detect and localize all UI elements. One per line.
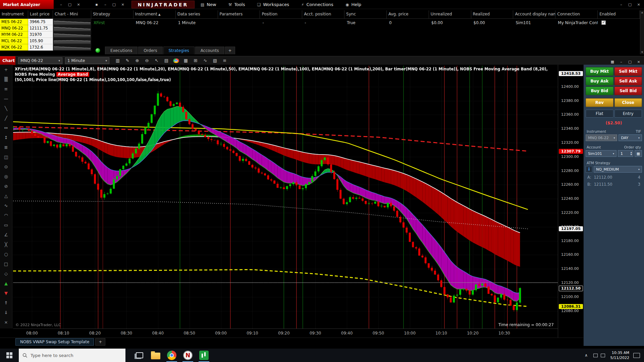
minimize-button[interactable]: – [617, 59, 625, 65]
price-axis[interactable]: 12080.0012100.0012120.0012140.0012160.00… [558, 65, 584, 338]
tab-accounts[interactable]: Accounts [195, 47, 224, 54]
start-button[interactable] [0, 349, 19, 362]
strategy-column-header[interactable]: Realized [471, 10, 514, 18]
zoom-out-icon[interactable]: ⊖ [144, 58, 150, 63]
square-tool[interactable]: □ [1, 259, 11, 269]
taskbar-chrome-icon[interactable] [164, 349, 180, 362]
add-tab-button[interactable]: + [225, 47, 235, 54]
vertical-line-tool[interactable]: ↕ [1, 133, 11, 142]
strategy-column-header[interactable]: Data series [176, 10, 218, 18]
qty-grid-button[interactable]: ▦ [635, 150, 642, 157]
market-analyzer-row[interactable]: MYM 06-2231970 [0, 32, 91, 38]
strategy-column-header[interactable]: Account display nam [513, 10, 555, 18]
close-position-button[interactable]: Close [614, 98, 642, 107]
strategy-grid-row[interactable]: XFirstMNQ 06-221 Minute--True0$0.00$0.00… [91, 19, 640, 26]
delete-drawing-tool[interactable]: × [1, 317, 11, 327]
chart-style-icon[interactable]: ▥ [115, 58, 121, 63]
triangle-tool[interactable]: △ [1, 191, 11, 201]
buy-bid-button[interactable]: Buy Bid [586, 86, 613, 95]
horizontal-line-tool[interactable]: — [1, 94, 11, 104]
ma-column-header[interactable]: Chart - Mini [53, 10, 91, 18]
market-analyzer-row[interactable]: MES 06-223966.75 [0, 19, 91, 25]
taskbar-trading-app-icon[interactable] [196, 349, 212, 362]
tray-chevron-icon[interactable]: ∧ [582, 353, 590, 358]
close-button[interactable]: × [119, 1, 127, 8]
market-analyzer-row[interactable]: MNQ 06-2212111.75 [0, 25, 91, 32]
data-grid-icon[interactable]: ▦ [183, 58, 189, 63]
strategy-icon[interactable]: ▧ [212, 58, 218, 63]
indicators-icon[interactable]: ⊞ [193, 58, 199, 63]
cursor-icon[interactable]: ↖ [154, 58, 160, 63]
sell-bid-button[interactable]: Sell Bid [614, 86, 642, 95]
close-button[interactable]: × [635, 1, 643, 8]
buy-ask-button[interactable]: Buy Ask [586, 77, 613, 85]
chart-interval-select[interactable]: 1 Minute [65, 57, 109, 64]
zoom-in-icon[interactable]: ⊕ [134, 58, 140, 63]
flat-button[interactable]: Flat [586, 110, 613, 118]
buy-market-button[interactable]: Buy Mkt [586, 67, 613, 76]
market-analyzer-titlebar[interactable]: Market Analyzer [0, 0, 54, 9]
extended-line-tool[interactable]: ↔ [1, 123, 11, 133]
fib-time-tool[interactable]: ◫ [1, 152, 11, 162]
arc-tool[interactable]: ◠ [1, 210, 11, 220]
taskbar-clock[interactable]: 10:35 AM 5/11/2022 [610, 350, 629, 361]
tray-icon[interactable] [601, 354, 605, 357]
price-up-tool[interactable]: ⇑ [1, 298, 11, 308]
strategy-column-header[interactable]: Avg. price [387, 10, 429, 18]
chart-add-tab-button[interactable]: + [95, 338, 105, 346]
strategy-column-header[interactable]: Connection [555, 10, 598, 18]
chart-plot-area[interactable]: XFirst/EMA(MNQ 06-22 (1 Minute),8), EMA(… [13, 66, 558, 328]
rectangle-tool[interactable]: ▭ [1, 220, 11, 230]
strategy-column-header[interactable]: Parameters [218, 10, 260, 18]
ellipse-tool[interactable]: ○ [1, 249, 11, 259]
taskbar-file-explorer-icon[interactable] [148, 349, 164, 362]
diamond-tool[interactable]: ◇ [1, 269, 11, 279]
taskbar-task-view-icon[interactable] [131, 349, 148, 362]
tab-executions[interactable]: Executions [105, 47, 138, 54]
restore-button[interactable]: ▢ [626, 1, 634, 8]
strategy-column-header[interactable]: Instrument ▲ [133, 10, 176, 18]
properties-icon[interactable]: ≡ [222, 58, 228, 63]
close-button[interactable]: × [635, 59, 643, 65]
tif-select[interactable]: DAY [619, 134, 642, 141]
zigzag-icon[interactable]: ∿ [202, 58, 208, 63]
strategy-column-header[interactable]: Enabled [598, 10, 640, 18]
report-icon[interactable]: ▤ [163, 58, 169, 63]
pin-button[interactable]: ▪ [93, 1, 101, 8]
tab-strategies[interactable]: Strategies [163, 47, 195, 54]
strategy-column-header[interactable]: Strategy [91, 10, 133, 18]
minimize-button[interactable]: – [101, 1, 109, 8]
quantity-stepper[interactable]: 1▲▼ [618, 150, 633, 157]
chart-tab-template[interactable]: NOBS VWAP Swap Setup Template [15, 338, 94, 346]
price-chart-canvas[interactable] [13, 66, 558, 328]
instrument-select[interactable]: MNQ 06-22 [586, 134, 617, 141]
strategy-column-header[interactable]: Position [260, 10, 302, 18]
region-highlight-tool[interactable]: ▒ [1, 74, 11, 84]
restore-button[interactable]: ▢ [110, 1, 118, 8]
close-button[interactable]: × [74, 1, 83, 8]
ma-column-header[interactable]: Instrument [0, 10, 28, 18]
draw-icon[interactable]: ✎ [124, 58, 130, 63]
target-tool[interactable]: ◎ [1, 172, 11, 181]
ma-column-header[interactable]: Last price [28, 10, 53, 18]
taskbar-ninjatrader-icon[interactable]: N [180, 349, 196, 362]
atm-info-icon[interactable]: i [586, 166, 592, 173]
trend-line-tool[interactable]: ╲ [1, 104, 11, 113]
wave-tool[interactable]: ∿ [1, 201, 11, 210]
menu-workspaces[interactable]: ❏Workspaces [257, 0, 289, 9]
strategy-column-header[interactable]: Unrealized [429, 10, 471, 18]
no-entry-tool[interactable]: ⊘ [1, 181, 11, 191]
minimize-button[interactable]: – [617, 1, 625, 8]
atm-strategy-select[interactable]: NQ_MEDIUM [594, 166, 642, 173]
fib-retracement-tool[interactable]: ≣ [1, 142, 11, 152]
notification-center-icon[interactable] [633, 353, 640, 358]
account-select[interactable]: Sim101 [586, 150, 616, 157]
properties-button[interactable]: ▦ [608, 59, 616, 65]
circle-marker-tool[interactable]: ⊙ [1, 162, 11, 172]
restore-button[interactable]: ▢ [66, 1, 74, 8]
arrow-up-marker-tool[interactable]: ▲ [1, 279, 11, 288]
entry-button[interactable]: Entry [614, 110, 642, 118]
menu-tools[interactable]: ⚒Tools [228, 0, 245, 9]
fib-lines-tool[interactable]: ≡ [1, 84, 11, 94]
crosshair-tool[interactable]: + [1, 65, 11, 74]
